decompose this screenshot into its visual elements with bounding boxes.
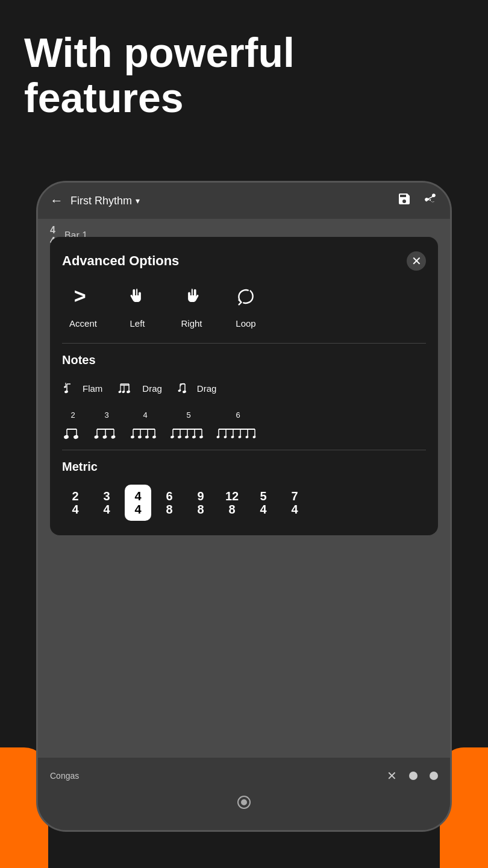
svg-point-7	[127, 390, 131, 393]
left-label: Left	[130, 318, 145, 329]
note-drag-2[interactable]: Drag	[177, 378, 217, 398]
option-loop[interactable]: Loop	[225, 285, 267, 329]
metric-2-4-num: 2	[72, 489, 78, 503]
metric-12-8[interactable]: 12 8	[219, 485, 245, 521]
tuplet-3[interactable]: 3	[93, 410, 120, 440]
svg-text:>: >	[74, 285, 86, 307]
drag-label-1: Drag	[142, 383, 162, 394]
tuplet-6-number: 6	[236, 410, 240, 420]
dropdown-icon: ▾	[136, 196, 140, 206]
option-accent[interactable]: > Accent	[62, 285, 104, 329]
svg-point-29	[111, 435, 116, 439]
time-numerator: 4	[50, 225, 55, 236]
metric-7-4[interactable]: 7 4	[281, 485, 308, 521]
svg-point-32	[131, 435, 135, 439]
song-title: First Rhythm	[70, 195, 132, 207]
svg-point-9	[118, 391, 122, 394]
accent-label: Accent	[69, 318, 97, 329]
svg-point-22	[73, 435, 78, 439]
metric-9-8-den: 8	[197, 503, 204, 516]
drag-label-2: Drag	[197, 383, 217, 394]
metric-3-4[interactable]: 3 4	[93, 485, 120, 521]
title-dropdown[interactable]: First Rhythm ▾	[70, 195, 140, 207]
phone-screen: ← First Rhythm ▾ 4 4 Bar 1	[38, 183, 450, 830]
flam-icon	[62, 378, 79, 398]
tuplet-6[interactable]: 6	[216, 410, 260, 440]
note-flam[interactable]: Flam	[62, 378, 102, 398]
svg-point-56	[231, 435, 234, 438]
metric-9-8-num: 9	[197, 489, 204, 503]
modal-close-button[interactable]: ✕	[407, 251, 426, 271]
svg-point-45	[185, 435, 189, 438]
accent-icon: >	[72, 285, 95, 313]
tuplet-4[interactable]: 4	[130, 410, 161, 440]
svg-point-17	[178, 389, 181, 392]
svg-point-62	[252, 435, 256, 438]
metric-title: Metric	[62, 460, 426, 474]
phone-frame: ← First Rhythm ▾ 4 4 Bar 1	[36, 181, 452, 832]
tuplet-2[interactable]: 2	[62, 410, 84, 440]
metric-6-8[interactable]: 6 8	[156, 485, 183, 521]
note-drag-1[interactable]: Drag	[117, 378, 162, 398]
modal-header: Advanced Options ✕	[62, 251, 426, 271]
share-button[interactable]	[424, 192, 438, 210]
svg-point-4	[64, 386, 67, 388]
metric-5-4[interactable]: 5 4	[250, 485, 277, 521]
metric-12-8-num: 12	[225, 489, 239, 503]
metric-4-4-den: 4	[134, 503, 141, 516]
svg-point-60	[245, 435, 249, 438]
tuplet-2-number: 2	[70, 410, 75, 420]
svg-point-41	[170, 435, 174, 438]
dot-icon-2	[430, 772, 438, 780]
svg-point-20	[63, 435, 69, 439]
close-icon: ✕	[411, 254, 422, 268]
tuplet-5[interactable]: 5	[170, 410, 207, 440]
advanced-options-modal: Advanced Options ✕ > Accent	[50, 237, 438, 535]
phone-bottom-bar: Congas ✕	[38, 758, 450, 830]
svg-point-65	[242, 800, 246, 805]
left-hand-icon	[126, 285, 149, 313]
metric-2-4[interactable]: 2 4	[62, 485, 89, 521]
loop-icon	[234, 285, 257, 313]
svg-point-58	[238, 435, 242, 438]
top-bar: ← First Rhythm ▾	[38, 183, 450, 219]
svg-point-27	[102, 435, 107, 439]
svg-point-49	[199, 435, 204, 438]
bottom-icons-group: ✕	[387, 769, 438, 783]
metric-5-4-num: 5	[260, 489, 266, 503]
tuplet-5-number: 5	[186, 410, 190, 420]
page-title: With powerful features	[24, 30, 464, 121]
svg-point-36	[145, 435, 149, 439]
back-button[interactable]: ←	[50, 193, 63, 209]
svg-point-47	[192, 435, 196, 438]
divider-2	[62, 450, 426, 450]
drag-icon-2	[177, 378, 193, 398]
svg-point-15	[182, 390, 186, 393]
svg-point-52	[216, 435, 220, 438]
modal-title: Advanced Options	[62, 253, 179, 269]
options-row: > Accent Left	[62, 285, 426, 329]
header-section: With powerful features	[24, 30, 464, 121]
tuplets-row: 2 3	[62, 410, 426, 440]
option-right[interactable]: Right	[170, 285, 213, 329]
svg-point-54	[224, 435, 227, 438]
tuplet-3-number: 3	[104, 410, 108, 420]
notes-title: Notes	[62, 353, 426, 367]
tuplet-4-number: 4	[143, 410, 147, 420]
metric-6-8-den: 8	[166, 503, 172, 516]
svg-point-2	[64, 390, 69, 393]
svg-point-34	[138, 435, 142, 439]
flam-label: Flam	[83, 383, 102, 394]
right-label: Right	[181, 318, 202, 329]
notes-section: Notes	[62, 353, 426, 440]
bottom-close-button[interactable]: ✕	[387, 769, 397, 783]
notes-items-row: Flam	[62, 378, 426, 398]
metric-4-4[interactable]: 4 4	[125, 485, 151, 521]
metric-9-8[interactable]: 9 8	[187, 485, 214, 521]
save-button[interactable]	[397, 192, 411, 210]
metric-3-4-den: 4	[103, 503, 110, 516]
top-bar-right	[397, 192, 438, 210]
instrument-label: Congas	[50, 771, 79, 781]
drag-icon-1	[117, 378, 139, 398]
option-left[interactable]: Left	[116, 285, 158, 329]
